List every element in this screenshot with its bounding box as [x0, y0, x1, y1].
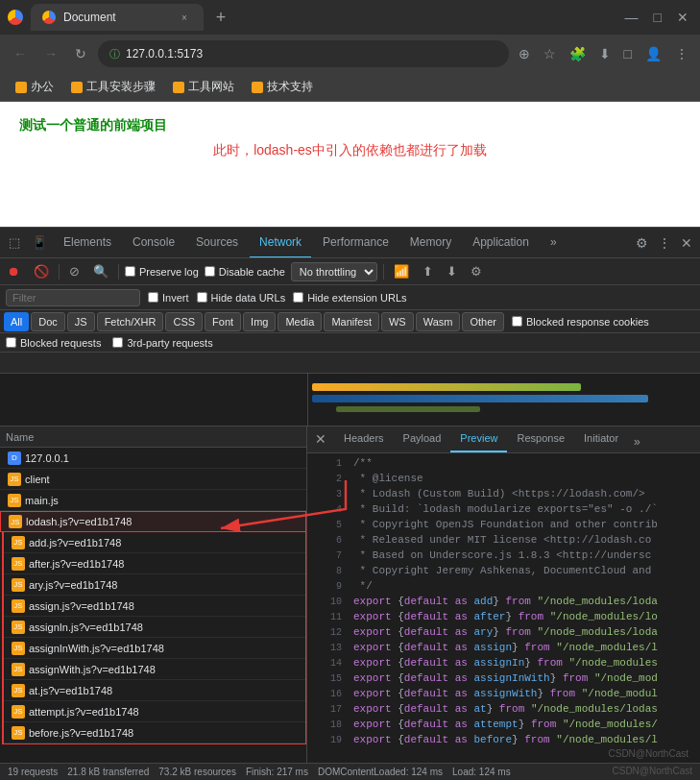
devtools-more-icon[interactable]: ⋮	[654, 232, 675, 255]
minimize-button[interactable]: —	[621, 6, 642, 29]
disable-cache-checkbox[interactable]	[205, 266, 215, 277]
tab-memory[interactable]: Memory	[400, 228, 461, 258]
file-item-add[interactable]: JS add.js?v=ed1b1748	[4, 532, 305, 553]
hide-extension-checkbox[interactable]	[293, 292, 303, 303]
detail-tab-response[interactable]: Response	[507, 427, 574, 452]
hide-extension-label[interactable]: Hide extension URLs	[293, 292, 406, 304]
bookmark-tools-install[interactable]: 工具安装步骤	[63, 77, 163, 97]
detail-tab-payload[interactable]: Payload	[394, 427, 451, 452]
tab-more[interactable]: »	[541, 228, 567, 258]
tab-network[interactable]: Network	[250, 228, 311, 258]
hide-data-urls-checkbox[interactable]	[197, 292, 207, 303]
detail-tab-preview[interactable]: Preview	[450, 427, 507, 452]
third-party-checkbox[interactable]	[112, 337, 123, 348]
active-tab[interactable]: Document ×	[31, 4, 204, 31]
filter-input[interactable]	[6, 289, 140, 306]
bookmark-office[interactable]: 办公	[8, 77, 61, 97]
wifi-icon[interactable]: 📶	[390, 262, 413, 280]
filter-other[interactable]: Other	[462, 312, 504, 331]
window-icon[interactable]: □	[620, 42, 636, 65]
file-item-127[interactable]: D 127.0.0.1	[0, 448, 306, 469]
filter-css[interactable]: CSS	[165, 312, 203, 331]
disable-cache-label[interactable]: Disable cache	[205, 266, 285, 278]
filter-doc[interactable]: Doc	[31, 312, 65, 331]
line-num-19: 19	[315, 734, 342, 745]
code-text-17: export {default as at} from "/node_modul…	[353, 703, 658, 715]
tab-console[interactable]: Console	[123, 228, 184, 258]
file-item-lodash[interactable]: JS lodash.js?v=ed1b1748	[0, 511, 306, 532]
upload-icon[interactable]: ⬆	[419, 262, 437, 280]
tab-performance[interactable]: Performance	[313, 228, 398, 258]
file-item-assign[interactable]: JS assign.js?v=ed1b1748	[4, 596, 305, 617]
filter-wasm[interactable]: Wasm	[416, 312, 461, 331]
filter-media[interactable]: Media	[278, 312, 322, 331]
filter-icon[interactable]: ⊘	[65, 262, 84, 280]
line-num-14: 14	[315, 657, 342, 669]
throttle-select[interactable]: No throttling Fast 3G Slow 3G	[291, 262, 377, 281]
invert-checkbox[interactable]	[148, 292, 158, 303]
devtools-device-icon[interactable]: 📱	[27, 232, 52, 254]
detail-tab-initiator[interactable]: Initiator	[574, 427, 628, 452]
filter-manifest[interactable]: Manifest	[324, 312, 379, 331]
maximize-button[interactable]: □	[650, 6, 665, 29]
tab-application[interactable]: Application	[463, 228, 539, 258]
file-item-before[interactable]: JS before.js?v=ed1b1748	[4, 722, 305, 743]
settings2-icon[interactable]: ⚙	[467, 262, 486, 280]
filter-font[interactable]: Font	[205, 312, 241, 331]
blocked-cookies-label[interactable]: Blocked response cookies	[512, 316, 649, 328]
invert-label[interactable]: Invert	[148, 292, 189, 304]
blocked-requests-label[interactable]: Blocked requests	[6, 337, 101, 349]
reload-button[interactable]: ↻	[69, 42, 92, 65]
bookmark-icon[interactable]: ☆	[540, 42, 560, 65]
detail-close-button[interactable]: ✕	[307, 427, 334, 452]
forward-button[interactable]: →	[38, 42, 63, 65]
tab-sources[interactable]: Sources	[186, 228, 248, 258]
devtools-close-icon[interactable]: ✕	[677, 232, 696, 255]
more-menu-icon[interactable]: ⋮	[671, 42, 692, 65]
filter-img[interactable]: Img	[243, 312, 276, 331]
tab-close-button[interactable]: ×	[177, 10, 192, 25]
code-line-16: 16 export {default as assignWith} from "…	[307, 688, 700, 703]
detail-tab-more[interactable]: »	[628, 431, 646, 452]
record-button[interactable]: ⏺	[4, 262, 24, 280]
search-icon[interactable]: 🔍	[89, 262, 112, 280]
close-button[interactable]: ✕	[673, 6, 692, 29]
preserve-log-label[interactable]: Preserve log	[125, 266, 199, 278]
code-text-9: */	[353, 580, 373, 592]
file-item-assignWith[interactable]: JS assignWith.js?v=ed1b1748	[4, 659, 305, 680]
window-controls: — □ ✕	[621, 6, 692, 29]
filter-js[interactable]: JS	[67, 312, 95, 331]
filter-fetch-xhr[interactable]: Fetch/XHR	[97, 312, 164, 331]
devtools-settings-icon[interactable]: ⚙	[632, 232, 652, 255]
file-item-main[interactable]: JS main.js	[0, 490, 306, 511]
file-item-ary[interactable]: JS ary.js?v=ed1b1748	[4, 574, 305, 596]
filter-all[interactable]: All	[4, 312, 29, 331]
extensions-icon[interactable]: 🧩	[566, 42, 590, 65]
new-tab-button[interactable]: +	[207, 4, 234, 31]
code-line-13: 13 export {default as assign} from "/nod…	[307, 642, 700, 657]
bookmark-tech-support[interactable]: 技术支持	[244, 77, 321, 97]
filter-ws[interactable]: WS	[381, 312, 414, 331]
detail-tab-headers[interactable]: Headers	[334, 427, 394, 452]
file-item-at[interactable]: JS at.js?v=ed1b1748	[4, 680, 305, 701]
file-item-attempt[interactable]: JS attempt.js?v=ed1b1748	[4, 701, 305, 722]
file-item-assignIn[interactable]: JS assignIn.js?v=ed1b1748	[4, 617, 305, 638]
address-bar[interactable]: ⓘ 127.0.0.1:5173	[98, 40, 509, 67]
back-button[interactable]: ←	[8, 42, 33, 65]
blocked-cookies-checkbox[interactable]	[512, 316, 522, 327]
preserve-log-checkbox[interactable]	[125, 266, 135, 277]
tab-elements[interactable]: Elements	[54, 228, 121, 258]
devtools-inspect-icon[interactable]: ⬚	[4, 232, 25, 254]
bookmark-tools-site[interactable]: 工具网站	[165, 77, 242, 97]
file-item-after[interactable]: JS after.js?v=ed1b1748	[4, 553, 305, 574]
hide-data-urls-label[interactable]: Hide data URLs	[197, 292, 286, 304]
file-item-assignInWith[interactable]: JS assignInWith.js?v=ed1b1748	[4, 638, 305, 659]
download-icon[interactable]: ⬇	[443, 262, 461, 280]
profile-icon[interactable]: 👤	[641, 42, 665, 65]
file-item-client[interactable]: JS client	[0, 469, 306, 490]
clear-button[interactable]: 🚫	[30, 262, 53, 280]
third-party-label[interactable]: 3rd-party requests	[112, 337, 212, 349]
profile-menu-icon[interactable]: ⬇	[595, 42, 615, 65]
blocked-requests-checkbox[interactable]	[6, 337, 16, 348]
share-icon[interactable]: ⊕	[515, 42, 534, 65]
